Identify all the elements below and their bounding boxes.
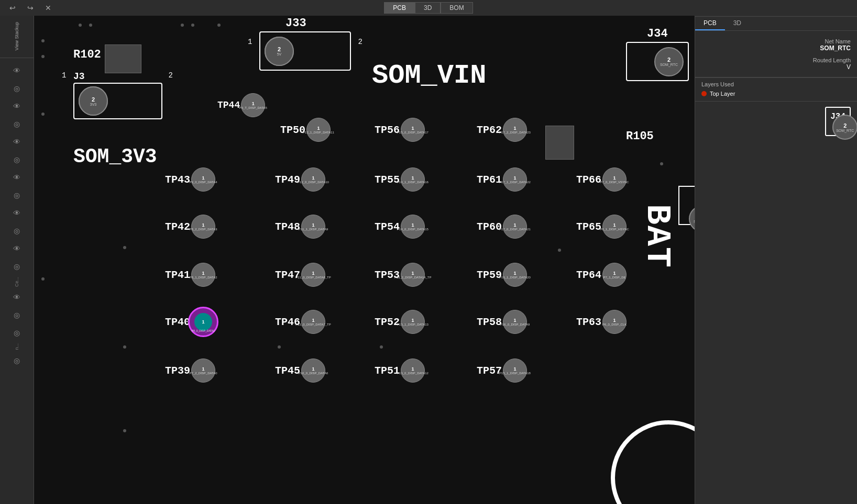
bat-text: BAT [638, 204, 676, 268]
sidebar-eye-7[interactable]: 👁 [7, 290, 26, 305]
pcb-canvas[interactable]: R102 J3 1 2 1 SOM_3V3 2 3V3 SOM_3V3 J33 … [34, 16, 695, 504]
close-button[interactable]: ✕ [41, 2, 56, 14]
tp39-pad[interactable]: 1 P7_2_DISP_DATA0 [191, 359, 215, 383]
tp39-group: TP39 1 P7_2_DISP_DATA0 [165, 359, 215, 383]
tp58-group: TP58 1 P16_0_DISP_DATA9 [477, 310, 527, 334]
sidebar-layer-5[interactable]: ◎ [7, 223, 26, 238]
undo-button[interactable]: ↩ [5, 2, 20, 14]
tp66-label: TP66 [576, 174, 601, 186]
sidebar-layer-9[interactable]: ◎ [7, 353, 26, 368]
tp49-group: TP49 1 P12_0_DISP_DATA10 [275, 167, 325, 192]
tp43-pin-num: 1 [202, 175, 205, 181]
view-stackup[interactable]: View Stackup [12, 20, 21, 52]
tp53-pad[interactable]: 1 P13_2_DISP_DATA14_TP [401, 263, 425, 287]
tp43-group: TP43 1 P9_0_DISP_DATA4 [165, 167, 215, 192]
tp41-pin-num: 1 [202, 271, 205, 276]
panel-tab-pcb[interactable]: PCB [695, 17, 725, 30]
right-panel: ◀ P8_0_DISP_DATA PCB 3D Net Name SOM_RTC… [695, 0, 857, 504]
tp51-pin-label: P13_0_DISP_DATA12 [397, 372, 429, 375]
tp55-group: TP55 1 P14_1_DISP_DATA16 [375, 167, 425, 192]
redo-button[interactable]: ↪ [23, 2, 38, 14]
sidebar-eye-3[interactable]: 👁 [7, 135, 26, 149]
tp63-pad[interactable]: 1 P6_0_DISP_CLK [602, 310, 627, 334]
tp41-label: TP41 [165, 269, 190, 281]
tp49-pad[interactable]: 1 P12_0_DISP_DATA10 [301, 167, 325, 192]
tp43-pad[interactable]: 1 P9_0_DISP_DATA4 [191, 167, 215, 192]
sidebar-eye-5[interactable]: 👁 [7, 206, 26, 220]
tp40-pin-num: 1 [202, 319, 205, 324]
sidebar-eye-4[interactable]: 👁 [7, 170, 26, 185]
sidebar-layer-4[interactable]: ◎ [7, 188, 26, 203]
panel-tab-3d[interactable]: 3D [725, 17, 750, 30]
tp60-pad[interactable]: 1 P17_0_DISP_DATA21 [503, 215, 527, 239]
j33-pin1-num: 1 [248, 38, 252, 46]
tp51-pad[interactable]: 1 P13_0_DISP_DATA12 [401, 359, 425, 383]
tp61-pad[interactable]: 1 P17_1_DISP_DATA22 [503, 167, 527, 192]
tp55-pad[interactable]: 1 P14_1_DISP_DATA16 [401, 167, 425, 192]
tp66-pad[interactable]: 1 P7_0_DISP_VSYNC [602, 167, 627, 192]
tp44-pad[interactable]: 1 P9_T_DISP_DATA5 [241, 93, 265, 117]
sidebar-layer-1[interactable]: ◎ [7, 81, 26, 96]
tp59-pad[interactable]: 1 P16_1_DISP_DATA20 [503, 263, 527, 287]
sidebar-eye-1[interactable]: 👁 [7, 63, 26, 78]
tp53-group: TP53 1 P13_2_DISP_DATA14_TP [375, 263, 425, 287]
tp64-pin-label: P7_1_DISP_DE [603, 276, 626, 279]
sidebar-eye-6[interactable]: 👁 [7, 241, 26, 256]
tp65-label: TP65 [576, 221, 601, 233]
tp40-pad[interactable]: 1 P8_0_DISP_DATA1 [191, 310, 215, 334]
j34-pin2-label: SOM_RTC [660, 63, 678, 66]
tp45-pad[interactable]: 1 P10_0_DISP_DATA6 [301, 359, 325, 383]
tp54-pad[interactable]: 1 P14_0_DISP_DATA15 [401, 215, 425, 239]
tab-3d[interactable]: 3D [415, 2, 441, 14]
top-layer-name: Top Layer [710, 91, 735, 97]
tp43-label: TP43 [165, 174, 190, 186]
tp48-pad[interactable]: 1 P11_1_DISP_DATA9 [301, 215, 325, 239]
tab-pcb[interactable]: PCB [384, 2, 415, 14]
pcb-dot [41, 113, 45, 116]
tp61-label: TP61 [477, 174, 502, 186]
r105-ic-block [545, 126, 574, 160]
sidebar-layer-6[interactable]: ◎ [7, 259, 26, 274]
sidebar-label-ce: Ce... [14, 277, 19, 287]
tp58-label: TP58 [477, 316, 502, 328]
tp44-label: TP44 [217, 100, 240, 110]
tp41-group: TP41 1 P8_1_DISP_DATA2 [165, 263, 215, 287]
tp41-pad[interactable]: 1 P8_1_DISP_DATA2 [191, 263, 215, 287]
tp51-group: TP51 1 P13_0_DISP_DATA12 [375, 359, 425, 383]
tp46-pin-num: 1 [312, 318, 315, 323]
tp48-pin-num: 1 [312, 222, 315, 228]
layers-section: Layers Used Top Layer [695, 77, 857, 101]
tp42-pad[interactable]: 1 P8_2_DISP_DATA3 [191, 215, 215, 239]
tp50-pad[interactable]: 1 P12_1_DISP_DATA11 [306, 118, 331, 142]
tp65-pad[interactable]: 1 P8_1_DISP_HSYNC [602, 215, 627, 239]
tp46-pad[interactable]: 1 P13_0_DISP_DATA7_TP [301, 310, 325, 334]
pcb-dot [660, 162, 663, 165]
tp56-label: TP56 [375, 124, 400, 136]
sidebar-layer-3[interactable]: ◎ [7, 152, 26, 167]
tp57-pad[interactable]: 1 P15_1_DISP_DATA18 [503, 359, 527, 383]
tab-bom[interactable]: BOM [441, 2, 473, 14]
tp40-pin-label: P8_0_DISP_DATA1 [192, 329, 215, 332]
tp57-label: TP57 [477, 365, 502, 377]
tp57-group: TP57 1 P15_1_DISP_DATA18 [477, 359, 527, 383]
tp64-pad[interactable]: 1 P7_1_DISP_DE [602, 263, 627, 287]
tp57-pin-label: P15_1_DISP_DATA18 [499, 372, 531, 375]
tp47-pad[interactable]: 1 P11_0_DISP_DATA8_TP [301, 263, 325, 287]
sidebar-layer-7[interactable]: ◎ [7, 308, 26, 322]
tp66-pin-label: P7_0_DISP_VSYNC [600, 181, 629, 184]
tp52-pin-num: 1 [412, 318, 414, 323]
top-toolbar: ↩ ↪ ✕ PCB 3D BOM [0, 0, 857, 16]
tp59-pin-label: P16_1_DISP_DATA20 [499, 276, 531, 279]
tp58-pad[interactable]: 1 P16_0_DISP_DATA9 [503, 310, 527, 334]
tp43-pin-label: P9_0_DISP_DATA4 [189, 181, 217, 184]
j34-connector: J34 2 2 SOM_RTC [626, 42, 689, 81]
sidebar-layer-2[interactable]: ◎ [7, 117, 26, 131]
tp62-pad[interactable]: 1 P17_2_DISP_DATA23 [503, 118, 527, 142]
tp52-pad[interactable]: 1 P13_1_DISP_DATA13 [401, 310, 425, 334]
tp56-pad[interactable]: 1 P15_0_DISP_DATA17 [401, 118, 425, 142]
j3-pin2-number: 2 [92, 96, 95, 103]
tp66-group: TP66 1 P7_0_DISP_VSYNC [576, 167, 627, 192]
sidebar-eye-2[interactable]: 👁 [7, 99, 26, 114]
sidebar-layer-8[interactable]: ◎ [7, 326, 26, 340]
pcb-dot [41, 277, 45, 281]
